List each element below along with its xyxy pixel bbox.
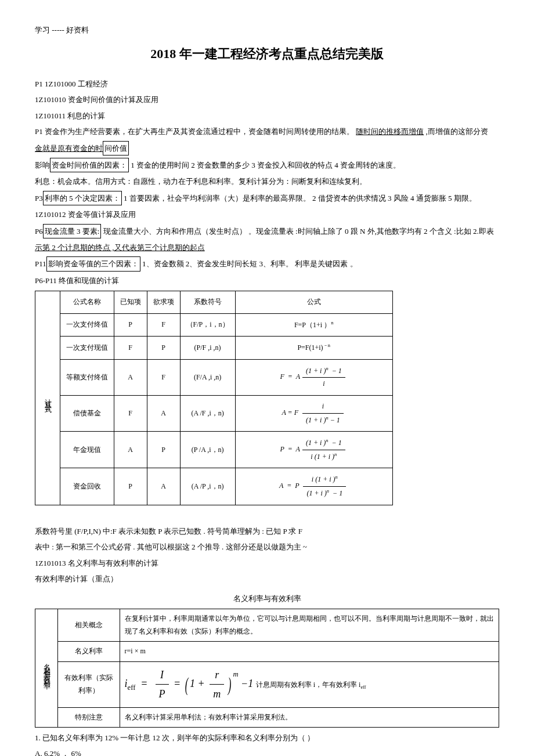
formula-cell: F = A(1 + i )n − 1i [235,359,392,395]
cell: F [114,396,147,432]
cell: 名义利率计算采用单利法；有效利率计算采用复利法。 [120,707,499,728]
table-row: 偿债基金 F A (A /F ,i，n) A = F i(1 + i )n − … [35,396,393,432]
text: 计息周期有效利率 i，年有效利率 i [256,681,361,689]
text-line: P6现金流量 3 要素: 现金流量大小、方向和作用点（发生时点） 。现金流量表 … [35,224,499,238]
boxed-text: 资金时间价值的因素： [50,158,129,172]
cell: F [147,313,180,337]
table-header: 欲求项 [147,291,180,314]
cell: 一次支付终值 [60,313,114,337]
cell: 特别注意 [57,707,120,728]
text-line: 1Z101012 资金等值计算及应用 [35,208,499,221]
cell: 有效利率（实际利率） [57,661,120,707]
text-line: 表中 : 第一和第三个公式必背 . 其他可以根据这 2 个推导 . 这部分还是以… [35,540,499,554]
answer-option: A. 6.2% ， 6% [35,747,499,756]
text-underlined: 金就是原有资金的时 [35,144,103,153]
sup: n [331,320,333,325]
cell: r=i × m [120,642,499,662]
formula-cell: ieff = IP = (1 + rm)m −1 计息周期有效利率 i，年有效利… [120,661,499,707]
page-header: 学习 ----- 好资料 [35,23,499,37]
cell: (A /P ,i，n) [180,468,235,505]
table-header: 系数符号 [180,291,235,314]
text-line: 有效利率的计算（重点） [35,572,499,585]
cell: P [147,432,180,468]
text-underlined: 随时间的推移而增值 [356,127,424,136]
text: 影响 [35,161,50,169]
text-underlined: 示第 2 个计息期的终点 ,又代表第三个计息期的起点 [35,241,499,254]
text-line: 利息：机会成本。信用方式：自愿性，动力在于利息和利率。复利计算分为：间断复利和连… [35,175,499,188]
cell: F [147,359,180,395]
cell: F [114,337,147,360]
boxed-text: 间价值 [103,141,129,155]
table-row: 年金现值 A P (P /A ,i，n) P = A(1 + i )n − 1i… [35,432,393,468]
cell: P [114,468,147,505]
question-text: 1. 已知名义年利率为 12% 一年计息 12 次，则半年的实际利率和名义利率分… [35,731,499,744]
text: 1 首要因素，社会平均利润率（大）是利率的最高界限。 2 借贷资本的供求情况 3… [122,194,477,202]
text-line: P1 1Z101000 工程经济 [35,77,499,91]
cell: (F/A ,i ,n) [180,359,235,395]
boxed-text: 利率的 5 个决定因素： [43,191,122,205]
text: 1、资金数额 2、资金发生时间长短 3、利率。 利率是关键因素 。 [140,259,358,268]
boxed-text: 现金流量 3 要素: [43,224,102,238]
cell: 等额支付终值 [60,359,114,395]
formula-cell: F=P（1+i ）n [235,313,392,337]
table-row: 资金回收 P A (A /P ,i，n) A = P i (1 + i )n(1… [35,468,393,505]
cell: 资金回收 [60,468,114,505]
table-side-label: 计算公式 [35,291,60,505]
table-row: 一次支付现值 F P (P/F ,i ,n) P=F(1+i)－n [35,337,393,360]
text: 1 资金的使用时间 2 资金数量的多少 3 资金投入和回收的特点 4 资金周转的… [129,161,400,169]
formula-cell: A = F i(1 + i )n − 1 [235,396,392,432]
text-line: 1Z101010 资金时间价值的计算及应用 [35,93,499,106]
rates-table: 名义利率与有效利率 相关概念 在复利计算中，利率周期通常以年为单位，它可以与计息… [35,609,499,728]
sub: eff [360,685,366,690]
page-title: 2018 年一建工程经济考点重点总结完美版 [35,42,499,66]
text: 现金流量大小、方向和作用点（发生时点） 。现金流量表 :时间轴上除了 0 跟 N… [101,227,493,236]
formula-cell: P = A(1 + i )n − 1i (1 + i )n [235,432,392,468]
cell: (A /F ,i，n) [180,396,235,432]
text-line: 1Z101013 名义利率与有效利率的计算 [35,556,499,570]
text: P6 [35,227,43,236]
text-line: 金就是原有资金的时间价值 [35,141,499,155]
cell: 年金现值 [60,432,114,468]
formula-cell: P=F(1+i)－n [235,337,392,360]
cell: 在复利计算中，利率周期通常以年为单位，它可以与计息周期相同，也可以不同。当利率周… [120,609,499,641]
boxed-text: 影响资金等值的三个因素： [46,256,140,271]
cell: 名义利率 [57,642,120,662]
text-line: 系数符号里 (F/P,I,N) 中:F 表示未知数 P 表示已知数 . 符号简单… [35,525,499,538]
table-row: 一次支付终值 P F （F/P，i，n） F=P（1+i ）n [35,313,393,337]
formula-text: P=F(1+i) [297,343,323,352]
text-line: P6-P11 终值和现值的计算 [35,274,499,287]
table-header: 公式名称 [60,291,114,314]
table-side-label: 名义利率与有效利率 [35,609,58,727]
text: P3 [35,194,43,202]
text-line: P3利率的 5 个决定因素： 1 首要因素，社会平均利润率（大）是利率的最高界限… [35,191,499,205]
text-line: 影响资金时间价值的因素： 1 资金的使用时间 2 资金数量的多少 3 资金投入和… [35,158,499,172]
table-header: 已知项 [114,291,147,314]
text-line: P11影响资金等值的三个因素： 1、资金数额 2、资金发生时间长短 3、利率。 … [35,256,499,271]
cell: P [114,313,147,337]
formula-table: 计算公式 公式名称 已知项 欲求项 系数符号 公式 一次支付终值 P F （F/… [35,291,393,505]
cell: A [114,432,147,468]
cell: P [147,337,180,360]
cell: 相关概念 [57,609,120,641]
formula-cell: A = P i (1 + i )n(1 + i )n − 1 [235,468,392,505]
text: ,而增值的这部分资 [424,127,488,136]
cell: (P /A ,i，n) [180,432,235,468]
table-row: 等额支付终值 A F (F/A ,i ,n) F = A(1 + i )n − … [35,359,393,395]
cell: A [147,468,180,505]
cell: A [147,396,180,432]
sup: －n [323,343,330,348]
text: P1 资金作为生产经营要素，在扩大再生产及其资金流通过程中，资金随着时间周转使用… [35,127,354,136]
subtitle: 名义利率与有效利率 [35,592,499,605]
text-line: P1 资金作为生产经营要素，在扩大再生产及其资金流通过程中，资金随着时间周转使用… [35,125,499,138]
text-line: 1Z101011 利息的计算 [35,109,499,122]
cell: 一次支付现值 [60,337,114,360]
cell: A [114,359,147,395]
formula-text: F=P（1+i ） [294,321,331,329]
text: P11 [35,259,46,268]
cell: （F/P，i，n） [180,313,235,337]
cell: 偿债基金 [60,396,114,432]
table-header: 公式 [235,291,392,314]
cell: (P/F ,i ,n) [180,337,235,360]
